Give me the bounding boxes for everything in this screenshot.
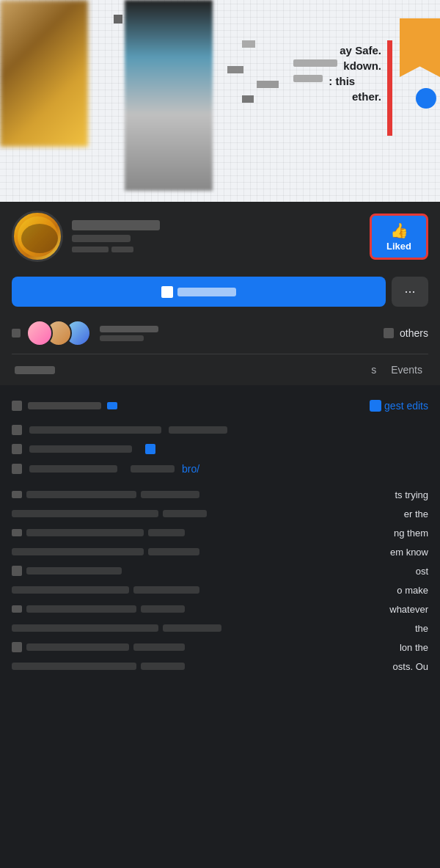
left-image <box>0 0 88 147</box>
link-icon <box>12 464 22 474</box>
line-icon-5 <box>12 566 22 576</box>
content-row-2 <box>0 440 440 459</box>
text-line-5: ost <box>12 564 428 577</box>
center-image <box>125 0 213 191</box>
content-row-1 <box>0 420 440 440</box>
top-text: ay Safe. kdown. : this ether. <box>293 44 381 103</box>
pixel-1 <box>114 15 122 23</box>
top-section: ay Safe. kdown. : this ether. <box>0 0 440 202</box>
suggest-edits-text: gest edits <box>384 400 428 412</box>
row-text-1 <box>29 426 161 434</box>
friend-avatars <box>26 320 84 346</box>
events-label: Events <box>388 358 425 382</box>
text-line-8: the <box>12 621 428 635</box>
line-blur-10a <box>12 663 136 670</box>
edit-icon <box>370 400 381 412</box>
line-blur-9a <box>26 643 129 651</box>
line-blur-6b <box>133 586 199 594</box>
text-line-10: osts. Ou <box>12 660 428 673</box>
text-line-3: ng them <box>12 526 428 539</box>
pixel-4 <box>257 81 279 88</box>
text-line-1: ts trying <box>12 488 428 501</box>
row-blue-sq-2 <box>145 444 155 454</box>
link-row[interactable]: bro/ <box>0 459 440 479</box>
friends-text-blur <box>100 326 158 341</box>
text-line-4: em know <box>12 545 428 558</box>
line-text-10: osts. Ou <box>189 660 428 673</box>
text-block: ts trying er the ng them em know <box>0 479 440 688</box>
line-blur-10b <box>141 663 185 670</box>
liked-button[interactable]: 👍 Liked <box>370 214 428 260</box>
line-blur-8b <box>163 624 221 632</box>
others-text: others <box>400 327 428 339</box>
nav-tab-s-label: s <box>371 364 376 376</box>
line-blur-1a <box>26 491 136 498</box>
line-blur-3a <box>26 529 144 536</box>
line-blur-6a <box>12 586 129 594</box>
nav-tab-events[interactable]: Events <box>385 357 428 382</box>
thumbs-up-icon: 👍 <box>390 222 408 239</box>
text-line-6: o make <box>12 583 428 597</box>
line-blur-9b <box>133 643 185 651</box>
suggest-right[interactable]: gest edits <box>370 400 428 412</box>
message-button[interactable] <box>12 277 386 307</box>
line-text-9: lon the <box>189 641 428 654</box>
checkbox-icon <box>384 328 394 338</box>
line-blur-1b <box>141 491 199 498</box>
line-blur-7b <box>141 605 185 613</box>
suggest-left <box>12 401 117 411</box>
link-blur-2 <box>131 465 175 473</box>
profile-avatar <box>12 211 63 262</box>
line-blur-7a <box>26 605 136 613</box>
text-line-2: er the <box>12 507 428 520</box>
nav-tab-s[interactable]: s <box>368 357 379 382</box>
line-text-4: em know <box>204 545 428 558</box>
profile-info <box>63 220 370 252</box>
link-text[interactable]: bro/ <box>182 463 199 475</box>
line-blur-3b <box>148 529 185 536</box>
more-dots-icon: ··· <box>404 284 415 299</box>
line-blur-8a <box>12 624 158 632</box>
suggest-blur <box>28 402 101 409</box>
nav-tab-blur-1 <box>12 357 362 382</box>
line-blur-4b <box>148 548 199 555</box>
liked-label: Liked <box>386 241 411 252</box>
row-text-1b <box>169 426 227 434</box>
profile-section: 👍 Liked ··· others <box>0 202 440 385</box>
line-blur-2b <box>163 510 207 517</box>
line-blur-2a <box>12 510 158 517</box>
line-icon-9 <box>12 642 22 652</box>
line-blur-5a <box>26 567 122 575</box>
others-area: others <box>384 327 428 339</box>
friend-avatar-1 <box>26 320 53 346</box>
row-icon-1 <box>12 425 22 435</box>
text-line-9: lon the <box>12 641 428 654</box>
link-blur <box>29 465 117 473</box>
line-text-6: o make <box>204 583 428 597</box>
friends-icon <box>12 329 21 338</box>
pixel-3 <box>227 66 243 73</box>
text-line-7: whatever <box>12 602 428 616</box>
line-blur-4a <box>12 548 144 555</box>
line-text-5: ost <box>126 564 428 577</box>
line-text-8: the <box>226 621 428 635</box>
suggest-edits-row: gest edits <box>0 394 440 417</box>
line-icon-1 <box>12 491 22 498</box>
action-row: ··· <box>0 271 440 313</box>
line-text-7: whatever <box>189 602 428 616</box>
row-text-2 <box>29 445 132 453</box>
pixel-5 <box>242 95 254 103</box>
line-text-3: ng them <box>189 526 428 539</box>
profile-extra <box>72 247 361 252</box>
profile-header: 👍 Liked <box>0 202 440 271</box>
more-button[interactable]: ··· <box>392 277 428 307</box>
line-icon-7 <box>12 605 22 613</box>
line-text-1: ts trying <box>204 488 428 501</box>
pixel-2 <box>242 40 255 48</box>
nav-tabs[interactable]: s Events <box>0 354 440 385</box>
message-text-blur <box>177 288 236 296</box>
line-text-2: er the <box>211 507 428 520</box>
blue-circle <box>416 88 436 109</box>
red-bar <box>387 40 392 136</box>
line-icon-3 <box>12 529 22 536</box>
